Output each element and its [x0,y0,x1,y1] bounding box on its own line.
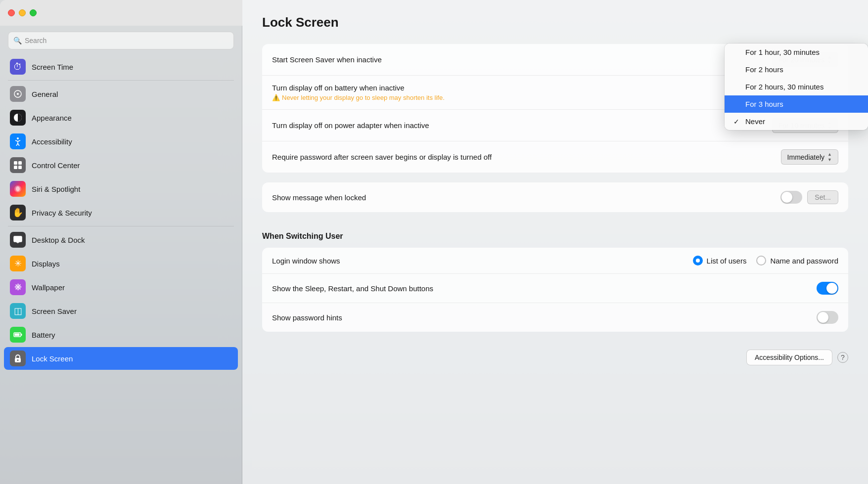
sidebar-item-label: Battery [32,331,55,339]
svg-rect-9 [14,161,17,165]
dropdown-item-3hr[interactable]: For 3 hours [725,95,868,113]
minimize-button[interactable] [19,9,26,16]
sidebar-item-screensaver[interactable]: ◫ Screen Saver [4,300,238,322]
search-icon: 🔍 [13,37,22,44]
sidebar-item-label: Screen Time [32,63,73,71]
login-window-row: Login window shows List of users Name an… [262,248,848,274]
sidebar-item-displays[interactable]: ✳ Displays [4,252,238,275]
radio-name-and-password[interactable]: Name and password [756,256,838,265]
dropdown-item-2hr[interactable]: For 2 hours [725,61,868,78]
show-message-row: Show message when locked Set... [262,182,848,212]
app-window: 🔍 Search ⏱ Screen Time General [0,0,868,484]
sidebar-item-privacy[interactable]: ✋ Privacy & Security [4,201,238,224]
sidebar-item-general[interactable]: General [4,83,238,105]
svg-line-8 [18,143,19,146]
password-hints-label: Show password hints [272,313,817,322]
displays-icon: ✳ [10,256,26,271]
search-placeholder: Search [25,37,46,44]
svg-point-14 [16,186,20,191]
require-password-label: Require password after screen saver begi… [272,153,781,161]
svg-rect-20 [15,334,20,336]
control-center-icon [10,157,26,173]
password-hints-control [817,311,838,324]
svg-point-1 [17,93,19,95]
require-password-stepper[interactable]: Immediately ▲ ▼ [781,149,838,165]
require-password-control: Immediately ▲ ▼ [781,149,838,165]
sleep-restart-toggle[interactable] [817,282,838,295]
display-off-battery-label-group: Turn display off on battery when inactiv… [272,84,445,101]
dropdown-overlay: For 1 hour, 30 minutes For 2 hours For 2… [725,44,868,130]
sidebar-item-siri[interactable]: Siri & Spotlight [4,177,238,200]
sleep-restart-control [817,282,838,295]
svg-line-4 [15,140,18,141]
sidebar-item-label: Desktop & Dock [32,236,85,244]
dropdown-item-never[interactable]: ✓ Never [725,113,868,130]
switching-user-section: Login window shows List of users Name an… [262,248,848,332]
require-password-row: Require password after screen saver begi… [262,141,848,173]
maximize-button[interactable] [30,9,37,16]
set-button-label: Set... [815,193,831,201]
sidebar-item-label: Screen Saver [32,307,77,315]
radio-list-of-users[interactable]: List of users [693,256,747,265]
sidebar-item-label: Accessibility [32,137,72,146]
name-and-password-label: Name and password [770,257,838,265]
appearance-icon [10,110,26,126]
sidebar-item-battery[interactable]: Battery [4,323,238,346]
toggle-knob-2 [826,283,837,294]
sidebar-item-appearance[interactable]: Appearance [4,106,238,129]
radio-circle-unselected [756,256,766,265]
svg-point-3 [17,137,19,139]
search-bar[interactable]: 🔍 Search [8,32,234,49]
accessibility-options-button[interactable]: Accessibility Options... [746,350,832,365]
radio-dot [696,259,700,263]
svg-line-7 [16,143,18,146]
sidebar-item-wallpaper[interactable]: ❋ Wallpaper [4,276,238,299]
display-off-power-label: Turn display off on power adapter when i… [272,121,772,130]
general-icon [10,86,26,102]
show-message-label: Show message when locked [272,193,780,202]
sidebar-item-desktop[interactable]: Desktop & Dock [4,228,238,251]
sidebar-item-lockscreen[interactable]: Lock Screen [4,347,238,370]
svg-point-23 [17,359,19,361]
stepper-arrows-3: ▲ ▼ [827,152,832,162]
sidebar-item-accessibility[interactable]: Accessibility [4,130,238,153]
password-hints-toggle[interactable] [817,311,838,324]
page-title: Lock Screen [262,15,848,30]
show-message-toggle[interactable] [780,191,802,204]
lockscreen-icon [10,351,26,366]
sidebar-item-label: Appearance [32,114,72,122]
help-button[interactable]: ? [837,352,848,363]
sidebar-item-label: Control Center [32,161,80,170]
sidebar-list: ⏱ Screen Time General [0,55,242,484]
sidebar-item-control-center[interactable]: Control Center [4,154,238,176]
sidebar-item-label: Privacy & Security [32,209,92,217]
sidebar-separator-1 [8,80,234,81]
traffic-lights [8,9,37,16]
dropdown-item-1hr30min[interactable]: For 1 hour, 30 minutes [725,44,868,61]
list-of-users-label: List of users [707,257,747,265]
close-button[interactable] [8,9,15,16]
sidebar: 🔍 Search ⏱ Screen Time General [0,0,242,484]
svg-rect-21 [21,334,22,336]
checkmark-never: ✓ [733,118,741,126]
sidebar-item-screen-time[interactable]: ⏱ Screen Time [4,55,238,78]
sleep-restart-row: Show the Sleep, Restart, and Shut Down b… [262,274,848,303]
sidebar-item-label: Displays [32,260,60,268]
show-message-control: Set... [780,190,838,204]
bottom-bar: Accessibility Options... ? [262,342,848,365]
svg-rect-11 [14,166,17,169]
sidebar-item-label: General [32,90,58,98]
toggle-knob-3 [818,312,828,323]
start-screensaver-label: Start Screen Saver when inactive [272,55,772,64]
set-button[interactable]: Set... [807,190,838,204]
svg-rect-10 [18,161,22,165]
dropdown-item-2hr30min[interactable]: For 2 hours, 30 minutes [725,78,868,95]
title-bar [0,0,242,26]
dropdown-label: For 2 hours, 30 minutes [745,83,823,91]
warning-text: Never letting your display go to sleep m… [282,94,445,101]
dropdown-label: Never [745,117,765,126]
toggle-knob [781,192,792,203]
screensaver-icon: ◫ [10,303,26,319]
svg-line-5 [18,140,20,141]
sleep-restart-label: Show the Sleep, Restart, and Shut Down b… [272,284,817,293]
